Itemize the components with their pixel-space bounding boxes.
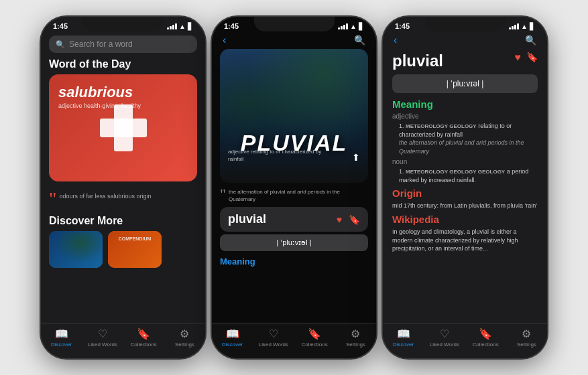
bar1	[167, 27, 169, 29]
tab-label-liked-3: Liked Words	[430, 342, 459, 348]
bar4	[175, 23, 177, 29]
bar2-3	[512, 26, 514, 29]
bar4-3	[517, 23, 519, 29]
bar2	[170, 26, 172, 29]
tab-icon-collections-2: 🔖	[308, 327, 321, 340]
content-3: pluvial ♥ 🔖 | ˈpluːvɪəl | Meaning adject…	[383, 49, 547, 256]
meaning-header-2: Meaning	[212, 254, 376, 268]
pos-noun-3: noun	[392, 158, 538, 165]
search-bar-1[interactable]: 🔍 Search for a word	[49, 35, 197, 53]
quote-section-1: " odours of far less salubrious origin	[41, 187, 205, 212]
tab-icon-liked-2: ♡	[269, 327, 278, 340]
tab-collections-2[interactable]: 🔖 Collections	[294, 327, 335, 348]
battery-icon-3: ▋	[530, 23, 535, 30]
signal-bars-1	[167, 23, 177, 29]
quote-text-1: odours of far less salubrious origin	[59, 190, 151, 201]
tab-liked-2[interactable]: ♡ Liked Words	[253, 327, 294, 348]
tab-icon-settings-3: ⚙	[522, 327, 531, 340]
bookmark-button-2[interactable]: 🔖	[349, 214, 360, 225]
tab-icon-collections-1: 🔖	[137, 327, 150, 340]
status-bar-1: 1:45 ▲ ▋	[41, 17, 205, 33]
tab-label-collections-1: Collections	[131, 342, 157, 348]
search-icon-1: 🔍	[56, 40, 65, 49]
wiki-text-3: In geology and climatology, a pluvial is…	[392, 228, 538, 253]
status-icons-3: ▲ ▋	[509, 23, 535, 30]
discover-card-1[interactable]	[49, 231, 103, 268]
word-of-day-name: salubrious	[58, 84, 188, 101]
signal-bars-3	[509, 23, 519, 29]
battery-icon-2: ▋	[359, 23, 364, 30]
phone3-screen: 1:45 ▲ ▋ ‹ 🔍	[383, 17, 547, 358]
discover-card-2[interactable]: COMPENDIUM	[108, 231, 162, 268]
meaning-heading-3: Meaning	[392, 98, 538, 110]
tab-icon-liked-1: ♡	[98, 327, 107, 340]
tab-icon-collections-3: 🔖	[479, 327, 492, 340]
tab-label-collections-3: Collections	[473, 342, 499, 348]
status-icons-2: ▲ ▋	[338, 23, 364, 30]
quote-text-2: the alternation of pluvial and arid peri…	[229, 187, 368, 203]
search-button-2[interactable]: 🔍	[354, 35, 365, 46]
heart-button-3[interactable]: ♥	[515, 52, 522, 64]
tab-liked-1[interactable]: ♡ Liked Words	[82, 327, 123, 348]
tab-icon-discover-3: 📖	[397, 327, 410, 340]
word-info-2: pluvial ♥ 🔖	[220, 207, 368, 232]
tab-collections-1[interactable]: 🔖 Collections	[123, 327, 164, 348]
word-of-day-def: adjective health-giving; healthy	[58, 102, 188, 109]
discover-cards: COMPENDIUM	[41, 231, 205, 268]
tab-settings-1[interactable]: ⚙ Settings	[164, 327, 205, 348]
status-time-2: 1:45	[224, 22, 239, 30]
bar3-2	[343, 25, 345, 29]
def-item-1-3: 1. METEOROLOGY GEOLOGY relating to or ch…	[392, 122, 538, 155]
back-button-3[interactable]: ‹	[394, 34, 397, 46]
wikipedia-heading-3: Wikipedia	[392, 214, 538, 225]
word-of-day-title: Word of the Day	[41, 58, 205, 74]
bar1-2	[338, 27, 340, 29]
pos-adjective-3: adjective	[392, 112, 538, 120]
wifi-icon-3: ▲	[521, 23, 528, 30]
quote-mark-2: "	[220, 187, 226, 202]
bar1-3	[509, 27, 511, 29]
search-button-3[interactable]: 🔍	[525, 35, 536, 46]
tab-settings-2[interactable]: ⚙ Settings	[335, 327, 376, 348]
def-item-2-3: 1. METEOROLOGY GEOLOGY GEOLOGY a period …	[392, 167, 538, 184]
word-header-3: pluvial ♥ 🔖	[392, 52, 538, 70]
tab-settings-3[interactable]: ⚙ Settings	[506, 327, 547, 348]
hero-image-2: PLUVIAL adjective relating to or charact…	[220, 49, 368, 183]
tab-label-settings-3: Settings	[517, 342, 536, 348]
status-bar-3: 1:45 ▲ ▋	[383, 17, 547, 33]
tab-label-collections-2: Collections	[302, 342, 328, 348]
signal-bars-2	[338, 23, 348, 29]
tab-liked-3[interactable]: ♡ Liked Words	[424, 327, 465, 348]
back-button-2[interactable]: ‹	[223, 34, 226, 46]
battery-icon-1: ▋	[188, 23, 193, 30]
tab-discover-2[interactable]: 📖 Discover	[212, 327, 253, 348]
quote-section-2: " the alternation of pluvial and arid pe…	[220, 187, 368, 203]
wifi-icon-2: ▲	[350, 23, 357, 30]
tab-discover-3[interactable]: 📖 Discover	[383, 327, 424, 348]
tab-icon-discover-2: 📖	[226, 327, 239, 340]
wifi-icon-1: ▲	[179, 23, 186, 30]
bar2-2	[341, 26, 343, 29]
tab-collections-3[interactable]: 🔖 Collections	[465, 327, 506, 348]
tab-label-settings-2: Settings	[346, 342, 365, 348]
bookmark-button-3[interactable]: 🔖	[526, 52, 538, 64]
pronunciation-3: | ˈpluːvɪəl |	[392, 74, 538, 93]
word-title-2: pluvial	[228, 212, 266, 226]
tab-discover-1[interactable]: 📖 Discover	[41, 327, 82, 348]
origin-heading-3: Origin	[392, 188, 538, 199]
word-actions-2: ♥ 🔖	[337, 214, 360, 225]
share-button-2[interactable]: ⬆	[352, 152, 360, 163]
tab-bar-2: 📖 Discover ♡ Liked Words 🔖 Collections ⚙…	[212, 323, 376, 358]
tab-label-settings-1: Settings	[175, 342, 194, 348]
tab-icon-settings-2: ⚙	[351, 327, 360, 340]
status-bar-2: 1:45 ▲ ▋	[212, 17, 376, 33]
status-icons-1: ▲ ▋	[167, 23, 193, 30]
word-card[interactable]: salubrious adjective health-giving; heal…	[49, 74, 197, 181]
phone-1: 1:45 ▲ ▋ 🔍 Search for a word	[41, 17, 205, 358]
heart-button-2[interactable]: ♥	[337, 214, 342, 225]
phone1-screen: 1:45 ▲ ▋ 🔍 Search for a word	[41, 17, 205, 358]
cross-icon	[100, 104, 147, 151]
bar3-3	[514, 25, 516, 29]
nav-bar-3: ‹ 🔍	[383, 33, 547, 49]
word-actions-3: ♥ 🔖	[515, 52, 538, 64]
